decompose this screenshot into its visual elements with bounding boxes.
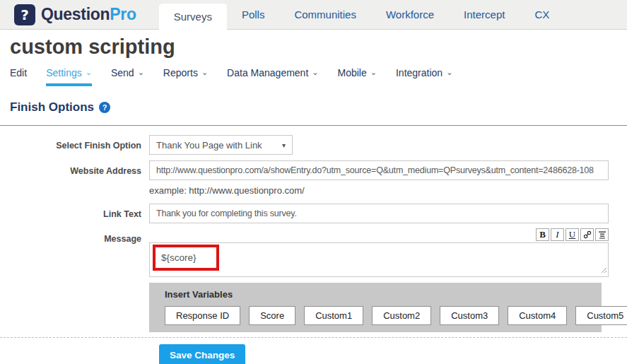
variable-button-custom2[interactable]: Custom2 [372,306,431,325]
website-address-label: Website Address [0,160,149,176]
product-tabs: Surveys Polls Communities Workforce Inte… [159,0,565,29]
chevron-down-icon: ⌄ [446,67,452,77]
variable-button-score[interactable]: Score [249,306,295,325]
tab-intercept[interactable]: Intercept [449,0,520,29]
link-text-input[interactable] [149,204,609,223]
variable-button-custom3[interactable]: Custom3 [440,306,499,325]
underline-button[interactable]: U [566,228,579,241]
insert-variables-panel: Insert Variables Response ID Score Custo… [149,283,602,332]
link-text-label: Link Text [0,204,149,219]
finish-option-select[interactable]: Thank You Page with Link ▾ [149,135,293,155]
chevron-down-icon: ⌄ [86,67,92,77]
finish-options-form: Select Finish Option Thank You Page with… [0,135,627,364]
subnav-item-reports[interactable]: Reports ⌄ [163,67,208,86]
chevron-down-icon: ⌄ [370,67,377,77]
message-text: ${score} [161,252,197,263]
questionpro-logo-icon: ? [14,4,35,25]
brand-name: QuestionPro [41,5,136,24]
subnav-item-label: Reports [163,67,198,78]
subnav-item-label: Edit [10,67,27,78]
rich-text-toolbar: B I U [149,228,609,241]
survey-subnav: Edit Settings ⌄ Send ⌄ Reports ⌄ Data Ma… [10,67,627,86]
link-button[interactable] [580,228,594,241]
italic-button[interactable]: I [551,228,564,241]
section-divider [0,125,627,126]
variable-button-custom1[interactable]: Custom1 [304,306,363,325]
chevron-down-icon: ⌄ [312,67,318,77]
dashed-divider [0,337,627,338]
bold-button[interactable]: B [536,228,549,241]
text-height-icon [598,230,607,239]
message-label: Message [0,228,149,244]
finish-option-selected-value: Thank You Page with Link [156,140,262,151]
subnav-item-settings[interactable]: Settings ⌄ [46,67,92,86]
tab-cx[interactable]: CX [520,0,564,29]
chevron-down-icon: ⌄ [201,67,208,77]
subnav-item-label: Settings [46,67,82,78]
subnav-item-label: Data Management [227,67,308,78]
subnav-item-mobile[interactable]: Mobile ⌄ [338,67,377,86]
subnav-item-integration[interactable]: Integration ⌄ [396,67,452,86]
tab-polls[interactable]: Polls [227,0,280,29]
variable-button-custom4[interactable]: Custom4 [508,306,567,325]
message-editor[interactable]: ${score} [149,242,609,277]
dropdown-arrow-icon: ▾ [282,141,286,149]
section-header: Finish Options ? [10,100,627,115]
brand-question: Question [41,5,110,23]
section-title: Finish Options [10,100,94,115]
link-icon [583,230,592,239]
variable-button-custom5[interactable]: Custom5 [575,306,627,325]
variable-button-response-id[interactable]: Response ID [165,306,240,325]
score-variable-annotation: ${score} [153,245,219,271]
resize-handle[interactable] [601,265,607,276]
text-height-button[interactable] [595,228,609,241]
website-address-hint: example: http://www.questionpro.com/ [149,185,627,196]
questionpro-logo[interactable]: ? QuestionPro [14,0,136,29]
insert-variables-title: Insert Variables [165,289,602,300]
page-title: custom scripting [10,35,627,59]
top-navigation: ? QuestionPro Surveys Polls Communities … [0,0,627,30]
subnav-item-label: Integration [396,67,443,78]
chevron-down-icon: ⌄ [138,67,144,77]
save-changes-button[interactable]: Save Changes [159,344,245,364]
insert-variables-buttons: Response ID Score Custom1 Custom2 Custom… [165,306,602,325]
subnav-item-label: Mobile [338,67,367,78]
tab-surveys[interactable]: Surveys [159,4,227,30]
tab-workforce[interactable]: Workforce [371,0,449,29]
help-icon[interactable]: ? [99,102,110,113]
subnav-item-send[interactable]: Send ⌄ [111,67,144,86]
subnav-item-data-management[interactable]: Data Management ⌄ [227,67,318,86]
finish-option-label: Select Finish Option [0,135,149,151]
subnav-item-edit[interactable]: Edit [10,67,27,86]
brand-pro: Pro [110,5,136,23]
tab-communities[interactable]: Communities [279,0,371,29]
subnav-item-label: Send [111,67,134,78]
website-address-input[interactable] [149,160,609,180]
